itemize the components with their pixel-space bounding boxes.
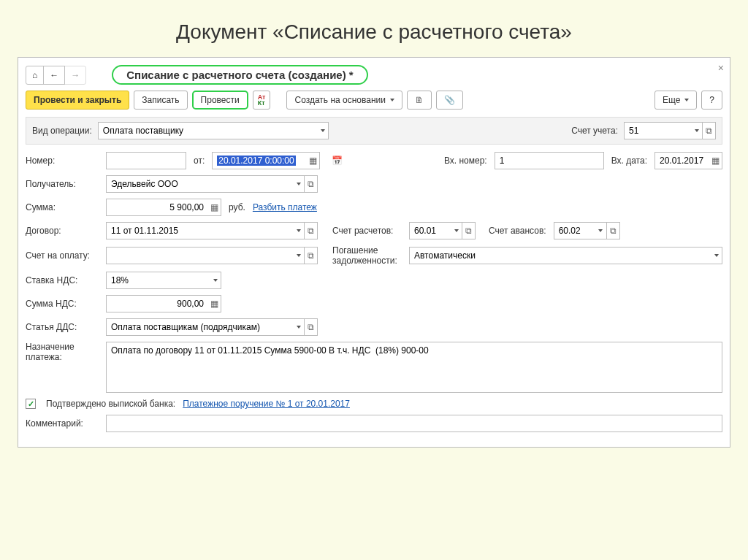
vat-rate-input[interactable] [106, 272, 208, 289]
currency-label: руб. [229, 202, 245, 212]
amount-label: Сумма: [26, 202, 99, 212]
debt-label-2: задолженности: [332, 256, 402, 266]
purpose-label-2: платежа: [26, 352, 99, 362]
create-based-button[interactable]: Создать на основании [286, 91, 402, 110]
dds-input[interactable] [106, 318, 291, 336]
back-icon: ← [50, 70, 58, 80]
confirmed-label: Подтверждено выпиской банка: [46, 399, 175, 409]
forward-button[interactable]: → [64, 66, 86, 85]
calendar-small-icon[interactable]: 📅 [332, 156, 343, 166]
open-icon[interactable]: ⧉ [305, 318, 318, 336]
account-label: Счет учета: [571, 126, 618, 136]
date-combo[interactable]: 20.01.2017 0:00:00 ▦ [212, 152, 320, 169]
post-and-close-button[interactable]: Провести и закрыть [26, 91, 129, 110]
save-button[interactable]: Записать [134, 91, 187, 110]
settlement-account-input[interactable] [409, 222, 449, 239]
incoming-date-input[interactable] [654, 152, 709, 169]
dropdown-icon[interactable] [291, 247, 305, 264]
amount-combo[interactable]: ▦ [106, 199, 221, 216]
incoming-number-label: Вх. номер: [444, 156, 487, 166]
split-payment-link[interactable]: Разбить платеж [253, 202, 317, 212]
vat-amount-input[interactable] [106, 295, 208, 312]
advance-account-label: Счет авансов: [489, 226, 546, 236]
calc-icon[interactable]: ▦ [208, 295, 221, 312]
open-icon[interactable]: ⧉ [305, 247, 318, 264]
settlement-account-combo[interactable]: ⧉ [409, 222, 476, 239]
operation-label: Вид операции: [32, 126, 92, 136]
dropdown-icon[interactable] [208, 272, 221, 289]
account-combo[interactable]: ⧉ [624, 122, 716, 139]
dropdown-icon[interactable] [594, 222, 607, 239]
dropdown-icon[interactable] [316, 122, 329, 139]
operation-combo[interactable] [98, 122, 329, 139]
dds-combo[interactable]: ⧉ [106, 318, 318, 336]
report-button[interactable]: 🗎 [407, 91, 432, 110]
dropdown-icon[interactable] [291, 318, 305, 336]
from-label: от: [194, 156, 205, 166]
incoming-number-input[interactable] [495, 152, 604, 169]
amount-input[interactable] [106, 199, 208, 216]
contract-label: Договор: [26, 226, 99, 236]
purpose-textarea[interactable] [106, 342, 722, 393]
post-button[interactable]: Провести [192, 91, 248, 110]
back-button[interactable]: ← [43, 66, 65, 85]
document-icon: 🗎 [415, 95, 424, 105]
open-icon[interactable]: ⧉ [462, 222, 476, 239]
number-input[interactable] [106, 152, 186, 169]
dropdown-icon[interactable] [709, 247, 722, 264]
account-input[interactable] [624, 122, 690, 139]
open-icon[interactable]: ⧉ [305, 175, 318, 193]
home-icon: ⌂ [32, 70, 37, 80]
contract-combo[interactable]: ⧉ [106, 222, 318, 239]
document-title: Списание с расчетного счета (создание) * [112, 65, 367, 85]
advance-account-combo[interactable]: ⧉ [554, 222, 620, 239]
calendar-icon[interactable]: ▦ [709, 152, 722, 169]
debt-input[interactable] [409, 247, 709, 264]
calc-icon[interactable]: ▦ [208, 199, 221, 216]
dropdown-icon[interactable] [291, 222, 305, 239]
dropdown-icon[interactable] [690, 122, 703, 139]
debt-combo[interactable] [409, 247, 722, 264]
number-label: Номер: [26, 156, 99, 166]
attach-button[interactable]: 📎 [436, 91, 463, 110]
home-button[interactable]: ⌂ [26, 66, 44, 85]
nav-bar: ⌂ ← → Списание с расчетного счета (созда… [26, 65, 722, 85]
incoming-date-label: Вх. дата: [611, 156, 647, 166]
invoice-combo[interactable]: ⧉ [106, 247, 318, 264]
recipient-combo[interactable]: ⧉ [106, 175, 318, 193]
invoice-label: Счет на оплату: [26, 250, 99, 261]
incoming-date-combo[interactable]: ▦ [654, 152, 722, 169]
more-button[interactable]: Еще [654, 91, 697, 110]
chevron-down-icon [390, 99, 394, 101]
date-value: 20.01.2017 0:00:00 [217, 156, 295, 166]
comment-input[interactable] [106, 415, 722, 432]
contract-input[interactable] [106, 222, 291, 239]
comment-label: Комментарий: [26, 418, 99, 429]
invoice-input[interactable] [106, 247, 291, 264]
dds-label: Статья ДДС: [26, 322, 99, 332]
dropdown-icon[interactable] [291, 175, 305, 193]
dtkt-button[interactable]: АтКт [253, 91, 271, 110]
debt-label-1: Погашение [332, 245, 402, 256]
dtkt-icon: АтКт [258, 94, 266, 106]
vat-rate-combo[interactable] [106, 272, 221, 289]
document-window: × ⌂ ← → Списание с расчетного счета (соз… [18, 57, 730, 448]
vat-rate-label: Ставка НДС: [26, 275, 99, 285]
open-icon[interactable]: ⧉ [703, 122, 716, 139]
recipient-input[interactable] [106, 175, 291, 193]
confirmed-checkbox[interactable]: ✓ [26, 399, 36, 409]
advance-account-input[interactable] [554, 222, 594, 239]
recipient-label: Получатель: [26, 179, 99, 189]
open-icon[interactable]: ⧉ [607, 222, 620, 239]
vat-amount-label: Сумма НДС: [26, 299, 99, 309]
dropdown-icon[interactable] [449, 222, 462, 239]
purpose-label-1: Назначение [26, 342, 99, 352]
calendar-icon[interactable]: ▦ [307, 152, 320, 169]
help-button[interactable]: ? [701, 91, 722, 110]
close-icon[interactable]: × [718, 62, 724, 74]
open-icon[interactable]: ⧉ [305, 222, 318, 239]
vat-amount-combo[interactable]: ▦ [106, 295, 221, 312]
operation-bar: Вид операции: Счет учета: ⧉ [26, 117, 722, 145]
payment-order-link[interactable]: Платежное поручение № 1 от 20.01.2017 [183, 399, 350, 409]
operation-input[interactable] [98, 122, 316, 139]
